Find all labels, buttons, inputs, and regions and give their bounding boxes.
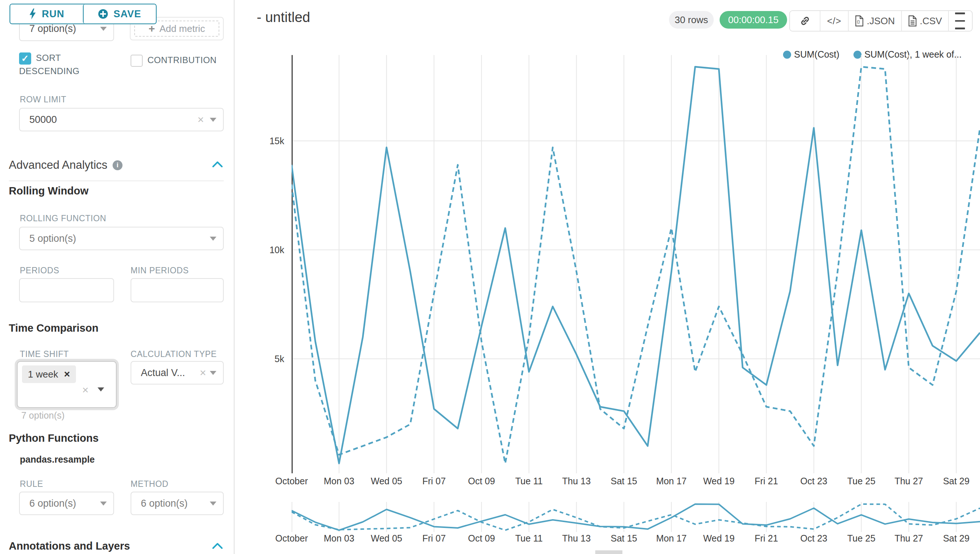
x-tick-label: Thu 13 bbox=[553, 476, 600, 487]
method-value: 6 option(s) bbox=[141, 498, 210, 509]
row-limit-label: ROW LIMIT bbox=[20, 95, 66, 105]
rolling-window-title: Rolling Window bbox=[9, 185, 88, 197]
time-shift-helper: 7 option(s) bbox=[21, 410, 65, 421]
checkbox-unchecked-icon[interactable] bbox=[130, 55, 143, 67]
x-tick-label: Tue 25 bbox=[837, 533, 885, 544]
x-tick-label: Sat 29 bbox=[932, 533, 980, 544]
save-label: SAVE bbox=[113, 8, 141, 20]
method-label: METHOD bbox=[130, 479, 169, 489]
rolling-function-value: 5 option(s) bbox=[29, 233, 210, 244]
contribution-checkbox-row[interactable]: CONTRIBUTION bbox=[130, 54, 226, 67]
time-shift-label: TIME SHIFT bbox=[20, 349, 69, 359]
export-csv-button[interactable]: .CSV bbox=[901, 11, 948, 31]
embed-code-button[interactable]: </> bbox=[820, 11, 848, 31]
x-tick-label: Wed 19 bbox=[695, 476, 743, 487]
rule-select[interactable]: 6 option(s) bbox=[19, 492, 114, 515]
collapse-chevron-icon[interactable] bbox=[212, 542, 223, 549]
rows-badge: 30 rows bbox=[669, 11, 714, 29]
time-shift-chip[interactable]: 1 week × bbox=[22, 365, 76, 383]
mini-context-chart[interactable] bbox=[291, 502, 980, 532]
sort-descending-checkbox-row[interactable]: ✓SORT DESCENDING bbox=[19, 51, 96, 78]
x-tick-label: Mon 03 bbox=[315, 533, 363, 544]
svg-text:{}: {} bbox=[857, 19, 860, 24]
x-tick-label: Wed 19 bbox=[695, 533, 743, 544]
calculation-type-select[interactable]: Actual V... × bbox=[130, 361, 224, 385]
x-tick-label: Wed 05 bbox=[363, 476, 410, 487]
advanced-analytics-header[interactable]: Advanced Analytics i bbox=[9, 159, 123, 172]
remove-chip-icon[interactable]: × bbox=[64, 368, 70, 380]
run-label: RUN bbox=[42, 8, 65, 20]
chevron-down-icon bbox=[210, 371, 216, 375]
plus-circle-icon bbox=[98, 9, 108, 19]
chart-title[interactable]: - untitled bbox=[257, 10, 310, 25]
x-tick-label: Fri 21 bbox=[742, 476, 790, 487]
mini-series-sum-cost-offset bbox=[291, 504, 980, 530]
info-icon: i bbox=[113, 160, 123, 170]
row-limit-value: 50000 bbox=[29, 114, 197, 126]
lightning-icon bbox=[29, 8, 37, 20]
short-link-button[interactable] bbox=[790, 11, 820, 31]
periods-input[interactable] bbox=[19, 278, 114, 302]
y-tick-label: 15k bbox=[250, 135, 284, 147]
time-shift-select[interactable]: 1 week × × bbox=[17, 361, 117, 408]
annotations-title: Annotations and Layers bbox=[9, 540, 130, 552]
main-line-chart[interactable] bbox=[291, 55, 980, 473]
explore-view: 7 option(s) + Add metric RUN SAVE ✓SORT … bbox=[0, 0, 980, 554]
x-tick-label: Thu 27 bbox=[885, 533, 933, 544]
x-tick-label: Tue 11 bbox=[505, 476, 553, 487]
x-tick-label: Fri 07 bbox=[410, 533, 458, 544]
x-tick-label: Tue 25 bbox=[837, 476, 885, 487]
file-json-icon: {} bbox=[855, 15, 864, 26]
collapse-chevron-icon[interactable] bbox=[212, 161, 223, 168]
clear-icon[interactable]: × bbox=[199, 367, 206, 378]
x-tick-label: Oct 23 bbox=[790, 533, 838, 544]
save-button[interactable]: SAVE bbox=[83, 5, 156, 24]
time-comparison-title: Time Comparison bbox=[9, 322, 98, 334]
chevron-down-icon bbox=[210, 501, 216, 506]
advanced-analytics-title: Advanced Analytics bbox=[9, 159, 107, 172]
pandas-resample-label: pandas.resample bbox=[20, 454, 95, 465]
chevron-down-icon bbox=[97, 387, 104, 392]
hamburger-icon bbox=[955, 13, 965, 14]
y-tick-label: 10k bbox=[250, 244, 284, 256]
timer-badge: 00:00:00.15 bbox=[720, 11, 787, 29]
scroll-handle[interactable] bbox=[595, 550, 622, 554]
chevron-down-icon bbox=[100, 501, 107, 506]
export-json-button[interactable]: {} .JSON bbox=[848, 11, 901, 31]
x-tick-label: Oct 23 bbox=[790, 476, 838, 487]
file-csv-icon bbox=[908, 15, 917, 26]
y-tick-label: 5k bbox=[250, 353, 284, 365]
checkbox-checked-icon[interactable]: ✓ bbox=[19, 53, 31, 65]
method-select[interactable]: 6 option(s) bbox=[130, 492, 224, 515]
x-tick-label: October bbox=[268, 476, 315, 487]
x-tick-label: Thu 27 bbox=[885, 476, 933, 487]
x-tick-label: October bbox=[268, 533, 315, 544]
x-tick-label: Oct 09 bbox=[458, 476, 505, 487]
time-shift-chip-label: 1 week bbox=[28, 369, 58, 380]
min-periods-label: MIN PERIODS bbox=[130, 266, 189, 275]
clear-icon[interactable]: × bbox=[82, 385, 89, 395]
chevron-down-icon bbox=[210, 237, 216, 241]
x-tick-label: Oct 09 bbox=[458, 533, 505, 544]
series-sum-cost bbox=[291, 67, 980, 463]
python-functions-title: Python Functions bbox=[9, 432, 99, 444]
clear-icon[interactable]: × bbox=[197, 114, 204, 125]
json-label: .JSON bbox=[867, 15, 895, 27]
row-limit-select[interactable]: 50000 × bbox=[19, 108, 224, 131]
x-tick-label: Fri 21 bbox=[742, 533, 790, 544]
rule-value: 6 option(s) bbox=[29, 498, 100, 509]
min-periods-input[interactable] bbox=[130, 278, 224, 302]
run-save-group: RUN SAVE bbox=[10, 4, 157, 24]
section-divider bbox=[9, 180, 224, 181]
chevron-down-icon bbox=[210, 118, 216, 122]
add-metric-label: Add metric bbox=[159, 23, 205, 35]
x-tick-label: Sat 29 bbox=[932, 476, 980, 487]
run-button[interactable]: RUN bbox=[10, 5, 83, 24]
rolling-function-select[interactable]: 5 option(s) bbox=[19, 227, 224, 250]
export-toolbar: </> {} .JSON .CSV bbox=[789, 10, 973, 32]
menu-button[interactable] bbox=[948, 11, 971, 31]
x-tick-label: Sat 15 bbox=[600, 533, 648, 544]
rule-label: RULE bbox=[20, 479, 43, 489]
csv-label: .CSV bbox=[920, 15, 942, 27]
contribution-label: CONTRIBUTION bbox=[148, 55, 217, 65]
